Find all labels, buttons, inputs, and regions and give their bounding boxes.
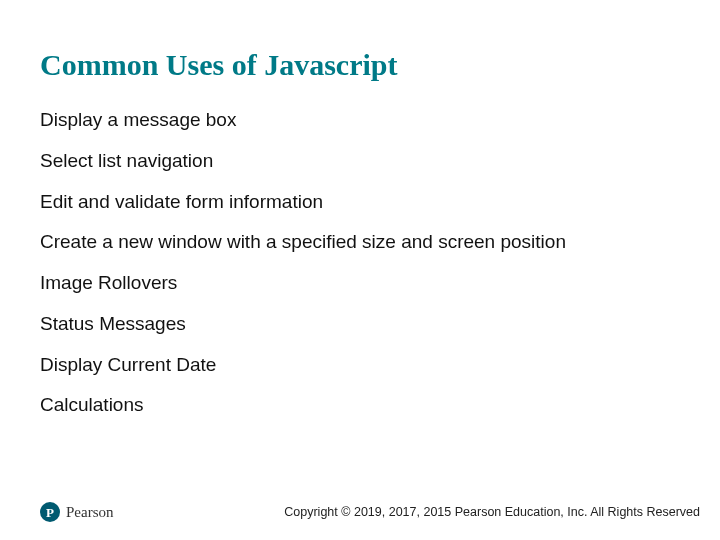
list-item: Status Messages (40, 312, 660, 336)
list-item: Edit and validate form information (40, 190, 660, 214)
slide-title: Common Uses of Javascript (40, 48, 680, 82)
list-item: Image Rollovers (40, 271, 660, 295)
footer: P Pearson Copyright © 2019, 2017, 2015 P… (40, 502, 700, 522)
logo-icon: P (40, 502, 60, 522)
list-item: Display a message box (40, 108, 660, 132)
list-item: Calculations (40, 393, 660, 417)
slide: Common Uses of Javascript Display a mess… (0, 0, 720, 540)
brand-name: Pearson (66, 504, 114, 521)
list-item: Display Current Date (40, 353, 660, 377)
uses-list: Display a message box Select list naviga… (40, 108, 680, 417)
copyright-text: Copyright © 2019, 2017, 2015 Pearson Edu… (284, 505, 700, 519)
logo-letter: P (46, 506, 54, 519)
list-item: Create a new window with a specified siz… (40, 230, 660, 254)
list-item: Select list navigation (40, 149, 660, 173)
brand: P Pearson (40, 502, 114, 522)
